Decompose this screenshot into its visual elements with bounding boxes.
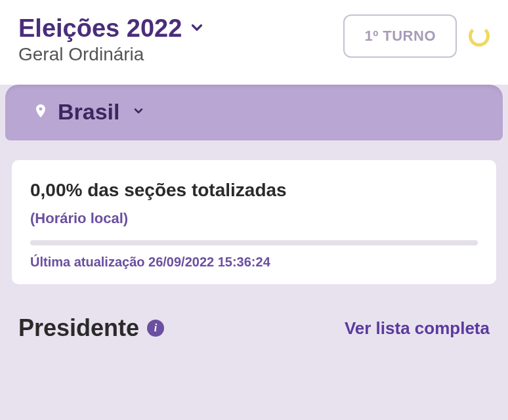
header-right: 1º TURNO: [343, 14, 490, 58]
info-icon[interactable]: i: [147, 320, 164, 337]
status-card: 0,00% das seções totalizadas (Horário lo…: [12, 160, 496, 284]
election-selector[interactable]: Eleições 2022: [18, 14, 343, 43]
chevron-down-icon: [129, 104, 145, 120]
loading-spinner-icon: [469, 26, 490, 47]
location-name: Brasil: [58, 99, 120, 125]
race-title: Presidente: [18, 314, 139, 342]
race-header: Presidente i Ver lista completa: [0, 284, 508, 342]
header-left: Eleições 2022 Geral Ordinária: [18, 14, 343, 65]
see-full-list-link[interactable]: Ver lista completa: [345, 318, 490, 339]
location-selector[interactable]: Brasil: [5, 85, 503, 140]
progress-bar: [30, 240, 478, 245]
chevron-down-icon: [188, 19, 205, 39]
sections-totalized: 0,00% das seções totalizadas: [30, 180, 478, 201]
election-title: Eleições 2022: [18, 14, 182, 43]
election-subtitle: Geral Ordinária: [18, 44, 343, 65]
turno-button[interactable]: 1º TURNO: [343, 14, 457, 58]
location-pin-icon: [33, 102, 49, 123]
time-note: (Horário local): [30, 210, 478, 227]
header-bar: Eleições 2022 Geral Ordinária 1º TURNO: [0, 0, 508, 85]
last-update: Última atualização 26/09/2022 15:36:24: [30, 255, 478, 270]
race-title-group: Presidente i: [18, 314, 164, 342]
